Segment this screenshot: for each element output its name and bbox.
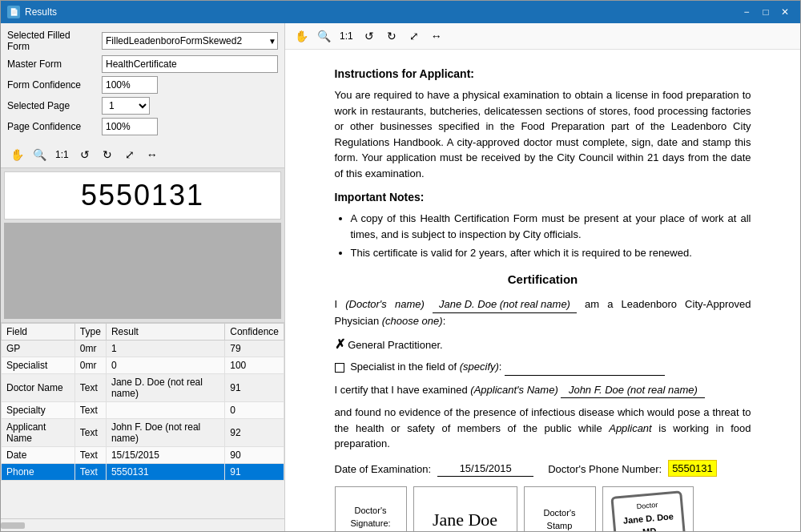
cell-confidence: 79: [225, 341, 284, 357]
data-table: Field Type Result Confidence GP0mr179Spe…: [1, 323, 284, 481]
doctor-stamp-label: Doctor'sStamp: [544, 506, 576, 531]
table-row[interactable]: Applicant NameTextJohn F. Doe (not real …: [2, 419, 284, 447]
table-row[interactable]: SpecialtyText0: [2, 402, 284, 419]
fit-button[interactable]: ⤢: [120, 145, 139, 164]
cell-result: 5550131: [106, 464, 224, 481]
right-zoom-in-button[interactable]: 🔍: [314, 26, 333, 46]
cert-line-doctor: I (Doctor's name) Jane D. Doe (not real …: [335, 296, 751, 328]
close-button[interactable]: ✕: [776, 4, 794, 20]
hand-tool-button[interactable]: ✋: [7, 145, 26, 164]
titlebar-left: 📄 Results: [7, 6, 57, 18]
right-fit-button[interactable]: ⤢: [405, 26, 424, 46]
right-toolbar: ✋ 🔍 1:1 ↺ ↻ ⤢ ↔: [285, 23, 800, 50]
cell-confidence: 0: [225, 402, 284, 419]
selected-filled-form-select[interactable]: FilledLeadenboroFormSkewed2: [102, 32, 278, 50]
selected-page-label: Selected Page: [7, 100, 95, 111]
gp-check-icon: ✗: [335, 337, 345, 351]
cell-type: Text: [74, 464, 106, 481]
selected-filled-form-row: Selected Filled Form FilledLeadenboroFor…: [7, 30, 278, 52]
certify-pre: I certify that I have examined (Applican…: [335, 384, 558, 396]
cert-i-label: I (Doctor's name): [335, 298, 433, 310]
cell-field: Specialist: [2, 357, 75, 374]
cell-confidence: 91: [225, 374, 284, 402]
right-rotate-right-button[interactable]: ↻: [382, 26, 401, 46]
cell-confidence: 90: [225, 447, 284, 464]
table-row[interactable]: Specialist0mr0100: [2, 357, 284, 374]
app-icon: 📄: [7, 6, 20, 18]
page-confidence-input[interactable]: [102, 118, 158, 135]
cert-line-applicant: I certify that I have examined (Applican…: [335, 382, 751, 399]
cell-field: GP: [2, 341, 75, 357]
form-confidence-input[interactable]: [102, 76, 158, 94]
minimize-button[interactable]: −: [738, 4, 755, 20]
col-confidence: Confidence: [225, 324, 284, 341]
main-content: Selected Filled Form FilledLeadenboroFor…: [1, 23, 800, 531]
table-row[interactable]: Doctor NameTextJane D. Doe (not real nam…: [2, 374, 284, 402]
cert-date-phone-line: Date of Examination: 15/15/2015 Doctor's…: [335, 460, 751, 478]
note-item-1: A copy of this Health Certification Form…: [351, 211, 751, 242]
selected-page-select-group: 1: [102, 97, 150, 115]
cell-result: 1: [106, 341, 224, 357]
page-confidence-row: Page Confidence: [7, 118, 278, 135]
cell-result: Jane D. Doe (not real name): [106, 374, 224, 402]
col-type: Type: [74, 324, 106, 341]
doctor-stamp-cell: Doctor Jane D. Doe MD: [602, 486, 694, 531]
note-item-2: This certificate is valid for 2 years, a…: [351, 245, 751, 261]
master-form-input[interactable]: [102, 55, 278, 73]
cell-result: 0: [106, 357, 224, 374]
right-fit-width-button[interactable]: ↔: [427, 26, 446, 46]
selected-page-row: Selected Page 1: [7, 97, 278, 115]
maximize-button[interactable]: □: [757, 4, 775, 20]
selected-filled-form-label: Selected Filled Form: [7, 30, 95, 52]
cell-result: 15/15/2015: [106, 447, 224, 464]
doctor-signature-cell: Doctor'sSignature:: [335, 486, 407, 531]
document-content: Instructions for Applicant: You are requ…: [285, 50, 800, 531]
main-window: 📄 Results − □ ✕ Selected Filled Form Fil…: [0, 0, 801, 532]
doctor-sig-label: Doctor'sSignature:: [350, 504, 390, 530]
table-row[interactable]: DateText15/15/201590: [2, 447, 284, 464]
notes-list: A copy of this Health Certification Form…: [351, 211, 751, 261]
cert-phone-value: 5550131: [668, 460, 717, 478]
table-row[interactable]: GP0mr179: [2, 341, 284, 357]
cell-field: Applicant Name: [2, 419, 75, 447]
date-label: Date of Examination:: [335, 461, 432, 478]
zoom-in-button[interactable]: 🔍: [30, 145, 49, 164]
form-confidence-row: Form Confidence: [7, 76, 278, 94]
cell-type: 0mr: [74, 357, 106, 374]
table-row[interactable]: PhoneText555013191: [2, 464, 284, 481]
specialist-check-icon: [335, 363, 344, 373]
signature-text: Jane Doe: [433, 506, 497, 531]
selected-page-select[interactable]: 1: [102, 97, 150, 115]
selected-filled-form-dropdown[interactable]: FilledLeadenboroFormSkewed2 ▼: [102, 32, 278, 50]
hscroll-thumb[interactable]: [1, 522, 25, 529]
left-toolbar: ✋ 🔍 1:1 ↺ ↻ ⤢ ↔: [1, 142, 284, 168]
cell-result: [106, 402, 224, 419]
right-rotate-left-button[interactable]: ↺: [360, 26, 379, 46]
rotate-left-button[interactable]: ↺: [75, 145, 95, 164]
form-fields: Selected Filled Form FilledLeadenboroFor…: [1, 23, 284, 142]
cell-type: Text: [74, 402, 106, 419]
stamp-box: Doctor Jane D. Doe MD: [610, 490, 686, 531]
titlebar-controls: − □ ✕: [738, 4, 794, 20]
phone-label: Doctor's Phone Number:: [548, 461, 662, 478]
col-field: Field: [2, 324, 75, 341]
cert-doctor-name-field: Jane D. Doe (not real name): [433, 296, 577, 313]
instructions-title: Instructions for Applicant:: [335, 66, 751, 83]
cell-type: Text: [74, 374, 106, 402]
cell-confidence: 92: [225, 419, 284, 447]
notes-title: Important Notes:: [335, 189, 751, 206]
cell-result: John F. Doe (not real name): [106, 419, 224, 447]
rotate-right-button[interactable]: ↻: [98, 145, 117, 164]
fit-width-button[interactable]: ↔: [143, 145, 162, 164]
right-hand-tool-button[interactable]: ✋: [292, 26, 311, 46]
preview-area: 5550131: [1, 168, 284, 322]
right-zoom-level-label: 1:1: [336, 30, 356, 42]
cell-confidence: 91: [225, 464, 284, 481]
instructions-text: You are required to have a physical exam…: [335, 87, 751, 181]
titlebar: 📄 Results − □ ✕: [1, 1, 800, 23]
horizontal-scrollbar[interactable]: [1, 518, 284, 531]
cert-date-value: 15/15/2015: [437, 461, 533, 478]
data-table-container[interactable]: Field Type Result Confidence GP0mr179Spe…: [1, 322, 284, 518]
window-title: Results: [25, 6, 57, 18]
cert-gp-line: ✗ General Practitioner.: [335, 335, 751, 354]
